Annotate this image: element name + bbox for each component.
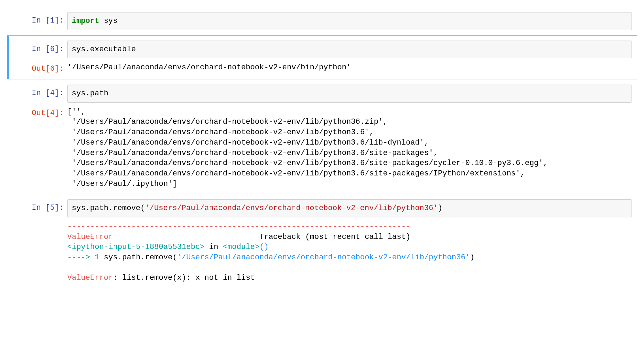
code-text: sys.path [72, 89, 108, 98]
in-prompt: In [5]: [9, 199, 67, 213]
code-input[interactable]: sys.executable [67, 41, 632, 59]
keyword-import: import [72, 17, 99, 25]
error-name: ValueError [67, 233, 113, 241]
traceback-line-close: ) [470, 253, 475, 262]
code-rest: sys [99, 17, 118, 25]
traceback-output: ----------------------------------------… [67, 219, 632, 283]
output-text: '/Users/Paul/anaconda/envs/orchard-noteb… [67, 60, 632, 73]
code-pre: sys.path.remove( [72, 204, 145, 213]
error-message: : list.remove(x): x not in list [113, 274, 255, 282]
code-string: '/Users/Paul/anaconda/envs/orchard-noteb… [145, 204, 438, 213]
in-prompt: In [4]: [9, 85, 67, 98]
code-cell-1: In [1]: import sys [7, 7, 637, 35]
traceback-label: Traceback (most recent call last) [113, 233, 410, 241]
traceback-location-2: <module> [223, 243, 260, 251]
traceback-dashes: ----------------------------------------… [67, 222, 410, 231]
code-input[interactable]: import sys [67, 12, 632, 30]
traceback-in: in [204, 243, 223, 251]
output-text: ['', '/Users/Paul/anaconda/envs/orchard-… [67, 105, 632, 189]
code-input[interactable]: sys.path [67, 85, 632, 103]
traceback-location-1: <ipython-input-5-1880a5531ebc> [67, 243, 204, 251]
code-post: ) [438, 204, 442, 213]
code-input[interactable]: sys.path.remove('/Users/Paul/anaconda/en… [67, 199, 632, 217]
code-text: sys.executable [72, 45, 136, 54]
traceback-line-string: '/Users/Paul/anaconda/envs/orchard-noteb… [177, 253, 470, 262]
code-cell-4: In [5]: sys.path.remove('/Users/Paul/ana… [7, 194, 637, 288]
traceback-parens: () [260, 243, 269, 251]
out-prompt: Out[6]: [9, 60, 67, 74]
error-name-final: ValueError [67, 274, 113, 282]
traceback-line-pre: sys.path.remove( [99, 253, 177, 262]
traceback-arrow: ----> 1 [67, 253, 99, 262]
code-cell-2[interactable]: In [6]: sys.executable Out[6]: '/Users/P… [7, 35, 637, 79]
empty-prompt [9, 219, 67, 223]
in-prompt: In [6]: [9, 41, 67, 54]
out-prompt: Out[4]: [9, 105, 67, 119]
code-cell-3: In [4]: sys.path Out[4]: ['', '/Users/Pa… [7, 79, 637, 194]
in-prompt: In [1]: [9, 12, 67, 26]
